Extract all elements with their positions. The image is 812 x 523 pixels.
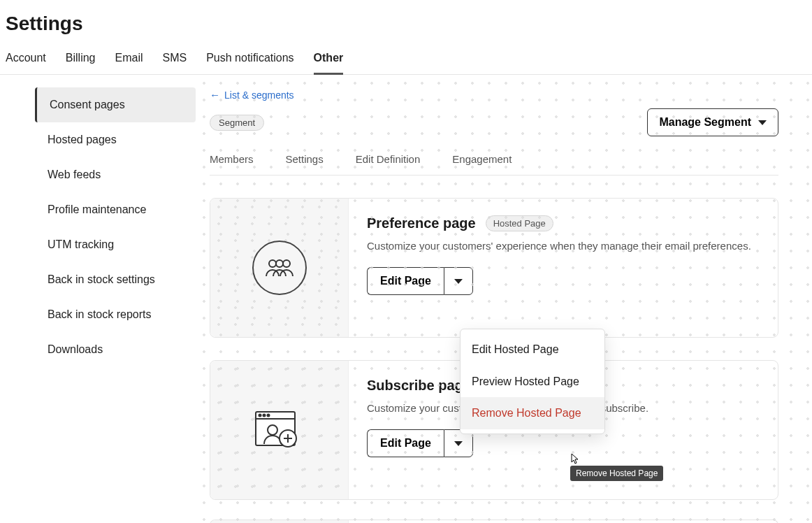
top-tabs: Account Billing Email SMS Push notificat… bbox=[0, 46, 812, 75]
svg-point-7 bbox=[267, 415, 269, 417]
add-user-window-icon bbox=[252, 408, 307, 452]
tab-other[interactable]: Other bbox=[314, 46, 344, 74]
sidebar-item-profile-maintenance[interactable]: Profile maintenance bbox=[35, 192, 196, 227]
dropdown-item-preview-hosted-page[interactable]: Preview Hosted Page bbox=[461, 366, 604, 398]
svg-point-5 bbox=[259, 415, 261, 417]
main-content: ← List & segments Segment Manage Segment… bbox=[196, 75, 812, 523]
tab-billing[interactable]: Billing bbox=[66, 46, 96, 74]
svg-point-1 bbox=[276, 260, 283, 267]
svg-point-2 bbox=[283, 260, 290, 267]
sidebar-item-downloads[interactable]: Downloads bbox=[35, 332, 196, 367]
page-title: Settings bbox=[6, 13, 812, 35]
tab-email[interactable]: Email bbox=[115, 46, 143, 74]
sidebar-item-utm-tracking[interactable]: UTM tracking bbox=[35, 227, 196, 262]
tooltip: Remove Hosted Page bbox=[570, 466, 663, 481]
edit-page-dropdown-menu: Edit Hosted Page Preview Hosted Page Rem… bbox=[460, 329, 605, 434]
svg-point-0 bbox=[269, 260, 276, 267]
sidebar: Consent pages Hosted pages Web feeds Pro… bbox=[0, 75, 196, 367]
svg-point-6 bbox=[263, 415, 265, 417]
sidebar-item-consent-pages[interactable]: Consent pages bbox=[35, 87, 196, 122]
tab-sms[interactable]: SMS bbox=[163, 46, 187, 74]
sidebar-item-back-in-stock-settings[interactable]: Back in stock settings bbox=[35, 262, 196, 297]
tab-push-notifications[interactable]: Push notifications bbox=[206, 46, 293, 74]
dropdown-item-edit-hosted-page[interactable]: Edit Hosted Page bbox=[461, 334, 604, 366]
people-group-icon bbox=[252, 241, 307, 295]
sidebar-item-web-feeds[interactable]: Web feeds bbox=[35, 157, 196, 192]
sidebar-item-back-in-stock-reports[interactable]: Back in stock reports bbox=[35, 297, 196, 332]
tab-account[interactable]: Account bbox=[6, 46, 46, 74]
card-partial bbox=[210, 520, 778, 523]
sidebar-item-hosted-pages[interactable]: Hosted pages bbox=[35, 122, 196, 157]
dropdown-item-remove-hosted-page[interactable]: Remove Hosted Page bbox=[461, 397, 604, 429]
